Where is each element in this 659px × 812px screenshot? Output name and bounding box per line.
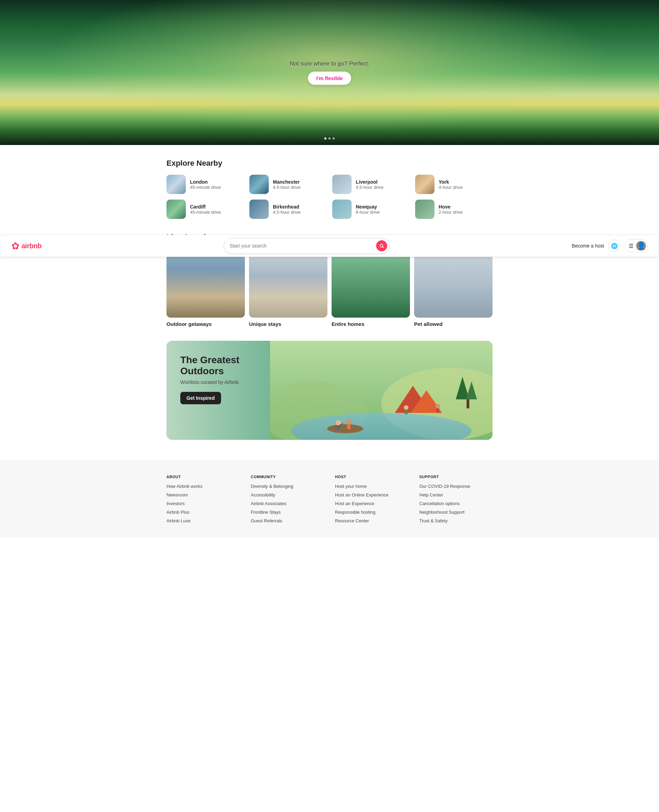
globe-button[interactable]: 🌐 [608, 239, 621, 252]
live-anywhere-card[interactable]: Entire homes [331, 249, 410, 327]
nearby-name: Birkenhead [273, 204, 301, 209]
nearby-info: Birkenhead 4.5-hour drive [273, 204, 301, 215]
footer-link[interactable]: Accessibility [251, 492, 324, 497]
footer-link[interactable]: Our COVID-19 Response [419, 484, 492, 489]
explore-nearby-title: Explore Nearby [167, 159, 492, 168]
footer-link[interactable]: Airbnb Luxe [167, 518, 240, 523]
hero-dots [324, 137, 335, 140]
svg-rect-8 [467, 400, 469, 408]
footer-col-title: ABOUT [167, 475, 240, 479]
nearby-name: Newquay [356, 204, 380, 209]
footer-link[interactable]: Host an Online Experience [335, 492, 408, 497]
nearby-drive: 6-hour drive [356, 209, 380, 215]
nearby-drive: 2-hour drive [439, 209, 462, 215]
nearby-info: Liverpool 4.5-hour drive [356, 179, 383, 190]
footer-link[interactable]: Host your home [335, 484, 408, 489]
footer-link[interactable]: Investors [167, 501, 240, 506]
nearby-thumb [332, 175, 352, 194]
hero-dot-1 [324, 137, 326, 140]
navbar: ✿ airbnb Become a host 🌐 ☰ 👤 [0, 235, 659, 257]
nearby-item[interactable]: Birkenhead 4.5-hour drive [249, 200, 327, 219]
nav-right: Become a host 🌐 ☰ 👤 [572, 239, 648, 252]
svg-rect-16 [405, 410, 408, 414]
live-card-title: Pet allowed [414, 321, 492, 327]
become-host-button[interactable]: Become a host [572, 243, 604, 249]
nearby-item[interactable]: Cardiff 45-minute drive [167, 200, 244, 219]
nearby-info: York 4-hour drive [439, 179, 462, 190]
flexible-button[interactable]: I'm flexible [308, 71, 352, 85]
search-button[interactable] [376, 240, 387, 251]
footer-link[interactable]: Help Center [419, 492, 492, 497]
hero-overlay: Not sure where to go? Perfect. I'm flexi… [290, 60, 370, 85]
nearby-item[interactable]: Newquay 6-hour drive [332, 200, 410, 219]
nearby-name: Manchester [273, 179, 301, 185]
nearby-info: Manchester 4.5-hour drive [273, 179, 301, 190]
live-card-image [331, 249, 410, 318]
footer-column: COMMUNITY Diversity & BelongingAccessibi… [251, 475, 324, 527]
user-icon: 👤 [636, 241, 646, 251]
nearby-drive: 45-minute drive [190, 209, 221, 215]
search-input[interactable] [230, 243, 374, 249]
explore-nearby-section: Explore Nearby London 45-minute drive Ma… [167, 159, 492, 219]
outdoors-banner: The Greatest Outdoors Wishlists curated … [167, 341, 492, 440]
footer-link[interactable]: How Airbnb works [167, 484, 240, 489]
nearby-name: London [190, 179, 221, 185]
footer-link[interactable]: Airbnb Associates [251, 501, 324, 506]
footer: ABOUT How Airbnb worksNewsroomInvestorsA… [0, 461, 659, 537]
outdoors-text-area: The Greatest Outdoors Wishlists curated … [167, 341, 270, 440]
nearby-name: Cardiff [190, 204, 221, 209]
page-wrapper: Not sure where to go? Perfect. I'm flexi… [0, 0, 659, 572]
footer-link[interactable]: Host an Experience [335, 501, 408, 506]
live-anywhere-card[interactable]: Outdoor getaways [167, 249, 245, 327]
outdoors-subtitle: Wishlists curated by Airbnb. [180, 379, 256, 385]
footer-link[interactable]: Trust & Safety [419, 518, 492, 523]
footer-link[interactable]: Cancellation options [419, 501, 492, 506]
nearby-grid: London 45-minute drive Manchester 4.5-ho… [167, 175, 492, 219]
svg-point-12 [346, 419, 352, 425]
nearby-info: Cardiff 45-minute drive [190, 204, 221, 215]
nearby-thumb [415, 200, 435, 219]
footer-link[interactable]: Neighborhood Support [419, 510, 492, 515]
live-card-title: Outdoor getaways [167, 321, 245, 327]
live-anywhere-card[interactable]: Pet allowed [414, 249, 492, 327]
airbnb-logo-icon: ✿ [11, 240, 19, 252]
nearby-item[interactable]: Liverpool 4.5-hour drive [332, 175, 410, 194]
live-card-title: Entire homes [331, 321, 410, 327]
hero-section: Not sure where to go? Perfect. I'm flexi… [0, 0, 659, 145]
footer-column: ABOUT How Airbnb worksNewsroomInvestorsA… [167, 475, 240, 527]
logo-area[interactable]: ✿ airbnb [11, 240, 41, 252]
get-inspired-button[interactable]: Get Inspired [180, 392, 221, 404]
search-input-wrap[interactable] [224, 238, 389, 254]
svg-point-15 [404, 405, 408, 410]
nearby-drive: 4.5-hour drive [273, 185, 301, 190]
svg-line-20 [382, 247, 383, 248]
footer-link[interactable]: Frontline Stays [251, 510, 324, 515]
footer-link[interactable]: Guest Referrals [251, 518, 324, 523]
live-card-image [414, 249, 492, 318]
svg-point-9 [327, 424, 363, 433]
nearby-info: Newquay 6-hour drive [356, 204, 380, 215]
footer-column: HOST Host your homeHost an Online Experi… [335, 475, 408, 527]
menu-user-wrap[interactable]: ☰ 👤 [625, 239, 648, 252]
hero-tagline: Not sure where to go? Perfect. [290, 60, 370, 67]
nearby-item[interactable]: Hove 2-hour drive [415, 200, 492, 219]
footer-link[interactable]: Airbnb Plus [167, 510, 240, 515]
footer-link[interactable]: Diversity & Belonging [251, 484, 324, 489]
nearby-item[interactable]: London 45-minute drive [167, 175, 244, 194]
footer-link[interactable]: Resource Center [335, 518, 408, 523]
svg-rect-13 [347, 425, 351, 429]
live-anywhere-card[interactable]: Unique stays [249, 249, 328, 327]
footer-link[interactable]: Responsible hosting [335, 510, 408, 515]
nearby-item[interactable]: Manchester 4.5-hour drive [249, 175, 327, 194]
footer-link[interactable]: Newsroom [167, 492, 240, 497]
airbnb-logo-text: airbnb [21, 242, 41, 250]
nearby-thumb [415, 175, 435, 194]
nearby-drive: 4.5-hour drive [356, 185, 383, 190]
footer-col-title: SUPPORT [419, 475, 492, 479]
nearby-thumb [167, 175, 186, 194]
footer-inner: ABOUT How Airbnb worksNewsroomInvestorsA… [158, 475, 501, 527]
nearby-item[interactable]: York 4-hour drive [415, 175, 492, 194]
nearby-name: Hove [439, 204, 462, 209]
search-bar-container [41, 238, 572, 254]
svg-point-19 [380, 244, 383, 247]
